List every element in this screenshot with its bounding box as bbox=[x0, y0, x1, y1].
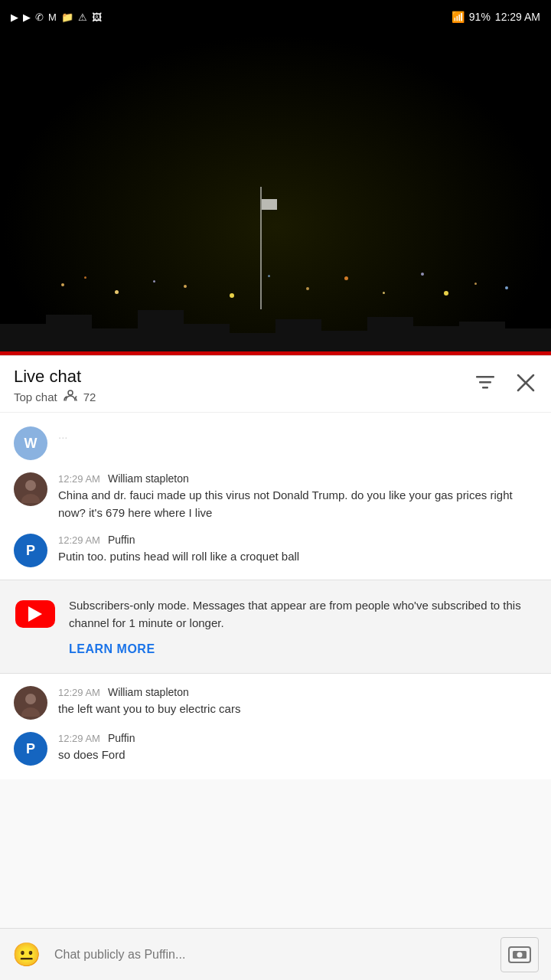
folder-icon: 📁 bbox=[61, 11, 73, 23]
svg-rect-2 bbox=[482, 387, 488, 389]
list-item: P 12:29 AM Puffin Putin too. putins head… bbox=[0, 528, 551, 573]
close-icon bbox=[514, 371, 537, 394]
msg-content: ... bbox=[58, 426, 537, 444]
truncated-text: ... bbox=[58, 426, 537, 444]
message-text: China and dr. fauci made up this virus n… bbox=[58, 487, 537, 521]
message-meta: 12:29 AM Puffin bbox=[58, 534, 537, 546]
mail-icon: M bbox=[48, 11, 57, 23]
subscribers-description: Subscribers-only mode. Messages that app… bbox=[69, 597, 536, 632]
video-player[interactable] bbox=[0, 34, 551, 355]
message-time: 12:29 AM bbox=[58, 687, 100, 698]
chat-header: Live chat Top chat 72 bbox=[0, 356, 551, 413]
message-text: the left want you to buy electric cars bbox=[58, 701, 537, 718]
svg-rect-0 bbox=[476, 376, 494, 378]
subscribers-banner-text: Subscribers-only mode. Messages that app… bbox=[69, 597, 536, 656]
list-item: 12:29 AM William stapleton China and dr.… bbox=[0, 466, 551, 528]
flag bbox=[262, 199, 277, 210]
chat-title: Live chat bbox=[14, 367, 96, 387]
notification-icons: ▶ ▶ ✆ M 📁 ⚠ 🖼 bbox=[11, 11, 102, 23]
youtube-logo bbox=[15, 600, 55, 628]
avatar bbox=[14, 686, 47, 720]
message-time: 12:29 AM bbox=[58, 534, 100, 546]
youtube-icon: ▶ bbox=[23, 11, 31, 23]
chat-header-left: Live chat Top chat 72 bbox=[14, 367, 96, 404]
svg-rect-1 bbox=[479, 381, 491, 384]
subscribers-only-banner: Subscribers-only mode. Messages that app… bbox=[0, 580, 551, 674]
time-display: 12:29 AM bbox=[495, 11, 540, 23]
avatar: W bbox=[14, 426, 47, 460]
top-chat-label: Top chat bbox=[14, 390, 57, 403]
phone-icon: ✆ bbox=[35, 11, 44, 23]
building-silhouette bbox=[0, 305, 551, 351]
user-avatar-img bbox=[17, 689, 44, 717]
viewer-count: 72 bbox=[83, 390, 96, 403]
table-row: W ... bbox=[0, 420, 551, 466]
message-content: 12:29 AM William stapleton China and dr.… bbox=[58, 472, 537, 521]
message-content: 12:29 AM William stapleton the left want… bbox=[58, 686, 537, 718]
svg-point-13 bbox=[517, 952, 523, 957]
avatar-initial: P bbox=[26, 741, 35, 757]
message-meta: 12:29 AM William stapleton bbox=[58, 686, 537, 698]
message-time: 12:29 AM bbox=[58, 733, 100, 744]
avatar: P bbox=[14, 732, 47, 766]
user-avatar-img bbox=[17, 475, 44, 503]
filter-icon bbox=[473, 372, 497, 394]
chat-sub: Top chat 72 bbox=[14, 390, 96, 404]
message-meta: 12:29 AM William stapleton bbox=[58, 472, 537, 485]
message-text: Putin too. putins head will roll like a … bbox=[58, 548, 537, 566]
image-icon: 🖼 bbox=[92, 11, 102, 23]
status-indicators: 📶 91% 12:29 AM bbox=[452, 11, 540, 23]
messages-area: W ... 12:29 AM W bbox=[0, 413, 551, 779]
message-content: 12:29 AM Puffin so does Ford bbox=[58, 732, 537, 764]
wifi-icon: 📶 bbox=[452, 11, 465, 23]
filter-icon-button[interactable] bbox=[473, 372, 497, 394]
play-icon: ▶ bbox=[11, 11, 18, 23]
message-content: 12:29 AM Puffin Putin too. putins head w… bbox=[58, 534, 537, 566]
chat-text-input[interactable] bbox=[50, 948, 491, 962]
list-item: 12:29 AM William stapleton the left want… bbox=[0, 680, 551, 726]
message-time: 12:29 AM bbox=[58, 473, 100, 485]
emoji-icon: 😐 bbox=[12, 941, 41, 968]
list-item: P 12:29 AM Puffin so does Ford bbox=[0, 726, 551, 772]
message-meta: 12:29 AM Puffin bbox=[58, 732, 537, 744]
chat-header-right bbox=[473, 367, 537, 394]
live-chat-panel: Live chat Top chat 72 bbox=[0, 355, 551, 779]
superchat-icon bbox=[507, 942, 532, 967]
play-triangle bbox=[28, 606, 42, 622]
avatar-initial: P bbox=[26, 543, 35, 559]
close-button[interactable] bbox=[514, 371, 537, 394]
battery-text: 91% bbox=[469, 11, 491, 23]
red-bar-bottom bbox=[0, 351, 551, 355]
message-author: William stapleton bbox=[108, 472, 189, 485]
superchat-button[interactable] bbox=[500, 937, 539, 972]
message-author: Puffin bbox=[108, 534, 135, 546]
chat-input-bar: 😐 bbox=[0, 928, 551, 980]
avatar bbox=[14, 472, 47, 506]
message-text: so does Ford bbox=[58, 746, 537, 764]
viewer-icon bbox=[64, 390, 77, 404]
alert-icon: ⚠ bbox=[78, 11, 87, 23]
message-author: William stapleton bbox=[108, 686, 189, 698]
emoji-button[interactable]: 😐 bbox=[12, 941, 41, 968]
learn-more-button[interactable]: LEARN MORE bbox=[69, 642, 155, 656]
city-lights-decoration bbox=[0, 248, 551, 309]
status-bar: ▶ ▶ ✆ M 📁 ⚠ 🖼 📶 91% 12:29 AM bbox=[0, 0, 551, 34]
svg-point-9 bbox=[25, 694, 36, 704]
svg-point-6 bbox=[25, 480, 36, 491]
message-author: Puffin bbox=[108, 732, 135, 744]
avatar: P bbox=[14, 534, 47, 567]
